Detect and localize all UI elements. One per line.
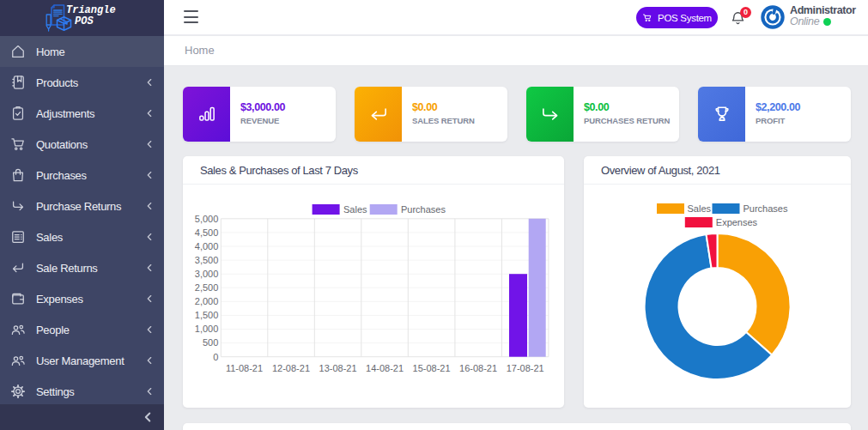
svg-text:4,500: 4,500: [195, 227, 219, 238]
svg-text:14-08-21: 14-08-21: [366, 363, 404, 373]
svg-text:17-08-21: 17-08-21: [507, 363, 544, 373]
svg-text:5,000: 5,000: [195, 214, 219, 224]
svg-text:16-08-21: 16-08-21: [459, 363, 497, 373]
svg-text:2,000: 2,000: [195, 296, 219, 306]
svg-text:15-08-21: 15-08-21: [413, 363, 451, 373]
svg-text:4,000: 4,000: [195, 241, 219, 251]
svg-text:Expenses: Expenses: [716, 217, 758, 227]
svg-text:3,500: 3,500: [195, 255, 219, 265]
svg-text:2,500: 2,500: [195, 282, 219, 293]
svg-text:0: 0: [213, 352, 218, 362]
svg-text:1,000: 1,000: [195, 324, 219, 334]
svg-text:500: 500: [203, 337, 218, 348]
svg-text:3,000: 3,000: [195, 269, 219, 279]
svg-text:13-08-21: 13-08-21: [319, 363, 357, 373]
svg-text:1,500: 1,500: [195, 310, 219, 320]
svg-text:Sales: Sales: [343, 204, 367, 215]
svg-text:12-08-21: 12-08-21: [272, 363, 310, 373]
svg-text:Sales: Sales: [688, 203, 712, 214]
svg-text:Purchases: Purchases: [401, 204, 446, 215]
svg-text:Purchases: Purchases: [744, 203, 788, 214]
svg-text:11-08-21: 11-08-21: [226, 363, 263, 373]
